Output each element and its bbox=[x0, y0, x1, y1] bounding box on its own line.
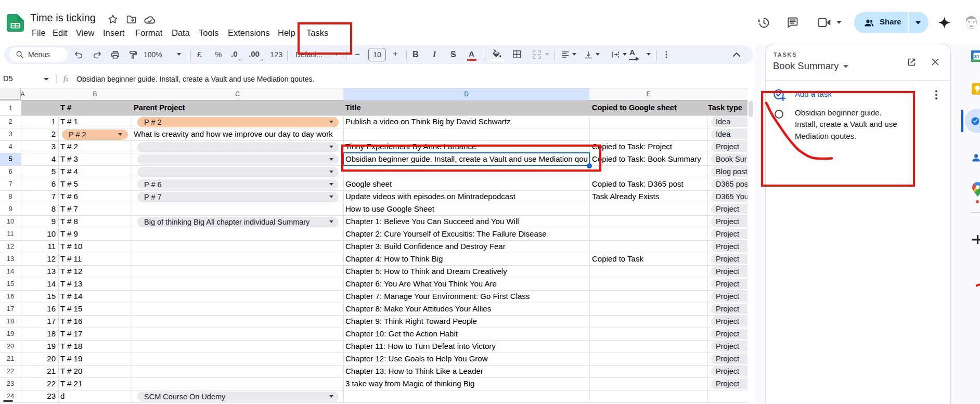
svg-text:31: 31 bbox=[974, 54, 980, 59]
